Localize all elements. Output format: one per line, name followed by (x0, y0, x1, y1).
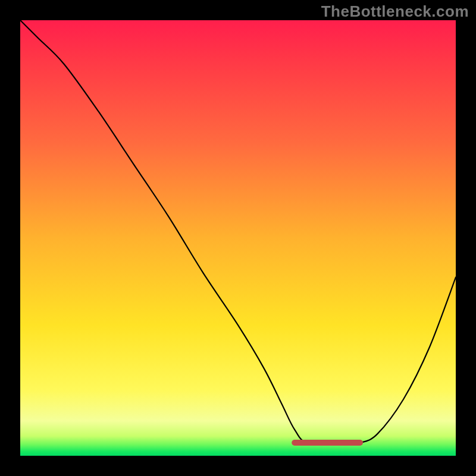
curve-layer (20, 20, 456, 456)
bottleneck-curve (20, 20, 456, 444)
chart-frame: TheBottleneck.com (0, 0, 476, 476)
watermark-text: TheBottleneck.com (321, 2, 469, 21)
plot-area (20, 20, 456, 456)
